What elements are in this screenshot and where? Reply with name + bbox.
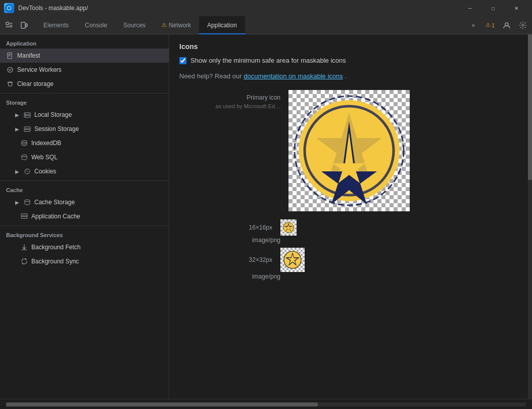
size-32-preview	[280, 248, 305, 272]
local-storage-icon	[23, 111, 31, 119]
sidebar-item-manifest[interactable]: Manifest	[0, 49, 169, 63]
warning-badge: ⚠ 1	[482, 21, 498, 29]
tab-network[interactable]: ⚠ Network	[154, 16, 199, 34]
tabbar-right: » ⚠ 1	[466, 18, 530, 32]
svg-point-6	[505, 23, 508, 26]
sidebar-item-session-storage[interactable]: ▶ Session Storage	[0, 122, 169, 136]
background-sync-label: Background Sync	[31, 258, 79, 265]
tab-application-label: Application	[207, 22, 237, 29]
size-32-svg	[281, 249, 304, 271]
window-controls: ─ □ ✕	[458, 0, 528, 16]
cache-storage-label: Cache Storage	[34, 199, 75, 206]
svg-rect-5	[26, 24, 27, 27]
local-storage-chevron: ▶	[14, 112, 20, 118]
svg-rect-15	[24, 129, 30, 131]
svg-point-18	[25, 169, 30, 174]
primary-icon-label: Primary icon	[179, 94, 280, 101]
sidebar-item-local-storage[interactable]: ▶ Local Storage	[0, 108, 169, 122]
maskable-area-svg	[288, 90, 410, 211]
cookies-icon	[23, 167, 31, 175]
cookies-chevron: ▶	[14, 168, 20, 174]
tab-elements[interactable]: Elements	[35, 16, 77, 34]
sidebar-item-web-sql[interactable]: Web SQL	[0, 150, 169, 164]
window-title: DevTools - maskable.app/	[18, 5, 458, 12]
session-storage-icon	[23, 125, 31, 133]
tab-application[interactable]: Application	[199, 16, 245, 34]
user-icon-button[interactable]	[500, 18, 514, 32]
app-icon	[4, 3, 14, 13]
svg-point-16	[22, 141, 27, 143]
sidebar-item-cookies[interactable]: ▶ Cookies	[0, 164, 169, 178]
divider-3	[0, 225, 169, 226]
right-scrollbar[interactable]	[528, 34, 532, 399]
size-16-preview	[280, 219, 297, 236]
svg-point-21	[27, 170, 28, 170]
svg-rect-23	[21, 214, 27, 216]
cookies-label: Cookies	[34, 168, 56, 175]
help-link[interactable]: documentation on maskable icons	[244, 72, 343, 80]
manifest-label: Manifest	[17, 52, 40, 59]
web-sql-icon	[20, 153, 28, 161]
local-storage-label: Local Storage	[34, 111, 72, 118]
more-tabs-button[interactable]: »	[466, 18, 480, 32]
background-services-title: Background Services	[0, 228, 169, 240]
side-icons	[2, 18, 35, 32]
storage-section-title: Storage	[0, 96, 169, 108]
panel-section-title: Icons	[179, 42, 518, 51]
help-text: Need help? Read our documentation on mas…	[179, 72, 518, 80]
web-sql-label: Web SQL	[31, 154, 58, 161]
maximize-button[interactable]: □	[481, 0, 505, 16]
settings-icon-button[interactable]	[516, 18, 530, 32]
minimize-button[interactable]: ─	[458, 0, 481, 16]
size-32-type: image/png	[179, 273, 280, 280]
primary-icon-row: Primary icon as used by Microsoft Ed…	[179, 90, 518, 211]
session-storage-label: Session Storage	[34, 125, 79, 132]
clear-storage-label: Clear storage	[17, 80, 54, 87]
svg-point-2	[8, 7, 11, 10]
size-16-row: 16×16px	[179, 219, 518, 236]
sidebar-item-indexeddb[interactable]: IndexedDB	[0, 136, 169, 150]
sidebar-item-application-cache[interactable]: Application Cache	[0, 209, 169, 223]
devtools-window: Elements Console Sources ⚠ Network Appli…	[0, 16, 532, 409]
tab-console[interactable]: Console	[77, 16, 115, 34]
inspect-icon-button[interactable]	[2, 18, 16, 32]
warning-symbol: ⚠	[486, 22, 491, 28]
svg-rect-3	[6, 22, 9, 25]
tab-sources[interactable]: Sources	[115, 16, 154, 34]
svg-point-19	[26, 170, 27, 171]
bottom-scrollbar[interactable]	[6, 402, 526, 406]
tab-bar: Elements Console Sources ⚠ Network Appli…	[0, 16, 532, 34]
size-16-svg	[281, 220, 296, 235]
sidebar: Application Manifest Service	[0, 34, 169, 399]
background-fetch-label: Background Fetch	[31, 244, 80, 251]
indexeddb-label: IndexedDB	[31, 140, 61, 147]
sidebar-item-clear-storage[interactable]: Clear storage	[0, 77, 169, 91]
warning-count: 1	[492, 22, 495, 28]
tab-sources-label: Sources	[123, 22, 146, 29]
svg-point-20	[27, 171, 28, 172]
session-storage-chevron: ▶	[14, 126, 20, 132]
clear-storage-icon	[6, 80, 14, 88]
size-32-row: 32×32px	[179, 248, 518, 272]
size-32-label: 32×32px	[179, 256, 280, 263]
device-icon-button[interactable]	[17, 18, 31, 32]
size-16-label: 16×16px	[179, 224, 280, 231]
svg-point-17	[22, 155, 27, 157]
sidebar-item-service-workers[interactable]: Service Workers	[0, 63, 169, 77]
divider-1	[0, 93, 169, 94]
primary-icon-label-col: Primary icon as used by Microsoft Ed…	[179, 90, 280, 109]
size-16-type: image/png	[179, 237, 280, 244]
close-button[interactable]: ✕	[505, 0, 528, 16]
titlebar: DevTools - maskable.app/ ─ □ ✕	[0, 0, 532, 16]
maskable-checkbox[interactable]	[179, 57, 186, 64]
maskable-checkbox-label[interactable]: Show only the minimum safe area for mask…	[190, 57, 346, 64]
cache-storage-icon	[23, 198, 31, 206]
divider-2	[0, 180, 169, 181]
background-sync-icon	[20, 257, 28, 265]
help-text-before: Need help? Read our	[179, 72, 244, 80]
sidebar-item-cache-storage[interactable]: ▶ Cache Storage	[0, 195, 169, 209]
sidebar-item-background-sync[interactable]: Background Sync	[0, 254, 169, 268]
sidebar-item-background-fetch[interactable]: Background Fetch	[0, 240, 169, 254]
cache-section-title: Cache	[0, 183, 169, 195]
cache-storage-chevron: ▶	[14, 199, 20, 205]
